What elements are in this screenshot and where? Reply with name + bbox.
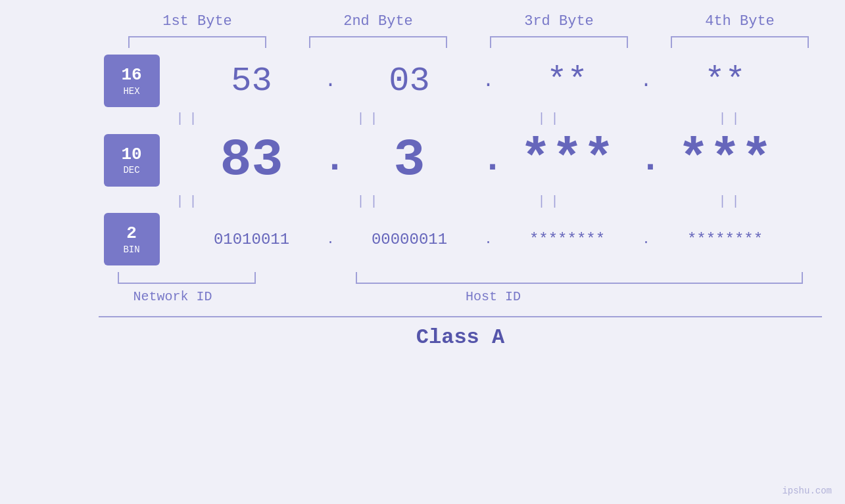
equals-1: || xyxy=(117,111,262,126)
bin-badge: 2 BIN xyxy=(104,213,160,265)
bin-dot-2: . xyxy=(482,232,495,247)
equals-row-2: || || || || xyxy=(99,190,822,213)
equals-7: || xyxy=(479,194,623,209)
byte-header-4: 4th Byte xyxy=(667,13,812,30)
bracket-2 xyxy=(309,36,447,48)
bin-dot-1: . xyxy=(324,232,337,247)
dec-badge-label: DEC xyxy=(123,165,139,175)
hex-badge-num: 16 xyxy=(121,65,141,85)
equals-3: || xyxy=(479,111,623,126)
network-id-label: Network ID xyxy=(99,289,247,304)
dec-values: 83 . 3 . *** . *** xyxy=(180,130,817,190)
bracket-1 xyxy=(128,36,266,48)
dec-dot-2: . xyxy=(482,139,495,181)
equals-row-1: || || || || xyxy=(99,107,822,130)
host-bracket xyxy=(356,272,803,284)
hex-badge-label: HEX xyxy=(123,86,139,97)
bin-byte-1: 01010011 xyxy=(180,231,324,248)
bin-dot-3: . xyxy=(640,232,653,247)
byte-header-1: 1st Byte xyxy=(125,13,270,30)
dec-byte-3: *** xyxy=(495,130,640,190)
hex-byte-3: ** xyxy=(495,62,640,101)
hex-byte-2: 03 xyxy=(337,62,482,101)
bin-byte-2: 00000011 xyxy=(337,231,482,248)
byte-header-2: 2nd Byte xyxy=(306,13,450,30)
hex-dot-2: . xyxy=(482,70,495,92)
byte-headers: 1st Byte 2nd Byte 3rd Byte 4th Byte xyxy=(107,13,831,30)
dec-dot-1: . xyxy=(324,139,337,181)
bin-values: 01010011 . 00000011 . ******** . *******… xyxy=(180,231,817,248)
hex-badge: 16 HEX xyxy=(104,55,160,107)
byte-header-3: 3rd Byte xyxy=(487,13,631,30)
dec-row-group: 10 DEC 83 . 3 . *** . *** xyxy=(28,130,817,190)
bottom-bracket-area: Network ID Host ID xyxy=(99,272,822,304)
equals-4: || xyxy=(660,111,804,126)
bin-badge-num: 2 xyxy=(126,223,137,244)
watermark: ipshu.com xyxy=(782,486,832,496)
dec-badge: 10 DEC xyxy=(104,134,160,187)
main-container: 1st Byte 2nd Byte 3rd Byte 4th Byte 16 H… xyxy=(0,0,845,504)
bin-badge-label: BIN xyxy=(123,244,139,255)
equals-2: || xyxy=(298,111,443,126)
bin-byte-4: ******** xyxy=(653,231,798,248)
class-label: Class A xyxy=(99,325,822,350)
dec-badge-num: 10 xyxy=(121,145,141,165)
equals-6: || xyxy=(298,194,443,209)
bracket-4 xyxy=(671,36,809,48)
dec-dot-3: . xyxy=(640,139,653,181)
network-bracket xyxy=(118,272,256,284)
top-bracket-row xyxy=(107,36,831,48)
hex-byte-1: 53 xyxy=(180,62,324,101)
hex-dot-1: . xyxy=(324,70,337,92)
bin-row-group: 2 BIN 01010011 . 00000011 . ******** . *… xyxy=(28,213,817,265)
hex-byte-4: ** xyxy=(653,62,798,101)
dec-byte-4: *** xyxy=(653,130,798,190)
bottom-labels: Network ID Host ID xyxy=(99,289,822,304)
bracket-3 xyxy=(490,36,628,48)
dec-byte-1: 83 xyxy=(180,130,324,190)
bin-byte-3: ******** xyxy=(495,231,640,248)
hex-dot-3: . xyxy=(640,70,653,92)
class-area: Class A xyxy=(99,316,822,350)
dec-byte-2: 3 xyxy=(337,130,482,190)
class-bracket-line xyxy=(99,316,822,317)
equals-5: || xyxy=(117,194,262,209)
hex-row-group: 16 HEX 53 . 03 . ** . ** xyxy=(28,55,817,107)
host-id-label: Host ID xyxy=(270,289,717,304)
bottom-brackets xyxy=(99,272,822,284)
equals-8: || xyxy=(660,194,804,209)
hex-values: 53 . 03 . ** . ** xyxy=(180,62,817,101)
